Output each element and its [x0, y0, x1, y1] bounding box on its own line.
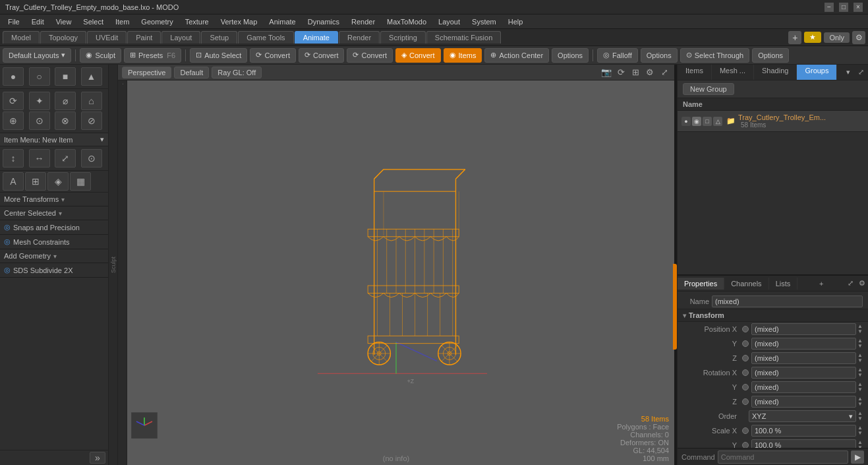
tool-dash[interactable]: ⊘	[81, 111, 102, 130]
tab-setup[interactable]: Setup	[201, 31, 237, 44]
pos-x-value[interactable]: (mixed)	[751, 323, 856, 335]
menu-view[interactable]: View	[51, 16, 77, 27]
tab-layout[interactable]: Layout	[161, 31, 200, 44]
sds-subdivide-item[interactable]: ◎ SDS Subdivide 2X	[0, 263, 108, 278]
minimize-button[interactable]: −	[825, 3, 834, 12]
menu-system[interactable]: System	[467, 16, 502, 27]
menu-geometry[interactable]: Geometry	[136, 16, 178, 27]
render-icon[interactable]: ◉	[692, 117, 701, 126]
options2-button[interactable]: Options	[641, 48, 678, 63]
right-tab-mesh[interactable]: Mesh ...	[712, 65, 754, 80]
menu-item[interactable]: Item	[110, 16, 134, 27]
menu-dynamics[interactable]: Dynamics	[303, 16, 345, 27]
snaps-precision-item[interactable]: ◎ Snaps and Precision	[0, 220, 108, 235]
right-tab-items[interactable]: Items	[678, 65, 712, 80]
tab-topology[interactable]: Topology	[40, 31, 86, 44]
pos-z-value[interactable]: (mixed)	[751, 352, 856, 364]
tab-gametools[interactable]: Game Tools	[238, 31, 294, 44]
expand-icon[interactable]: ⤢	[658, 67, 670, 78]
tab-model[interactable]: Model	[3, 31, 40, 44]
rot-x-arrows[interactable]: ▲▼	[857, 367, 863, 378]
tool-move[interactable]: ↕	[3, 149, 24, 168]
viewport-perspective[interactable]: Perspective	[122, 67, 171, 78]
lock-icon[interactable]: □	[703, 117, 712, 126]
convert3-button[interactable]: ⟳ Convert	[347, 48, 393, 63]
auto-select-button[interactable]: ⊡ Auto Select	[190, 48, 247, 63]
tool-rotate[interactable]: ⟳	[3, 92, 24, 110]
presets-button[interactable]: ⊞ Presets F6	[124, 48, 181, 63]
convert1-button[interactable]: ⟳ Convert	[250, 48, 296, 63]
tool-circle[interactable]: ○	[29, 67, 50, 86]
menu-render[interactable]: Render	[346, 16, 380, 27]
tool-grid[interactable]: ⊞	[25, 172, 46, 191]
mesh-constraints-item[interactable]: ◎ Mesh Constraints	[0, 235, 108, 249]
rot-z-value[interactable]: (mixed)	[751, 396, 856, 408]
tab-only-button[interactable]: Only	[824, 32, 850, 43]
transform-section[interactable]: ▾ Transform	[678, 309, 868, 322]
tab-paint[interactable]: Paint	[127, 31, 161, 44]
menu-help[interactable]: Help	[503, 16, 529, 27]
tab-expand-icon[interactable]: ⤢	[854, 68, 868, 77]
tool-cone[interactable]: ▲	[81, 67, 102, 86]
default-layouts-button[interactable]: Default Layouts ▾	[3, 48, 71, 63]
options3-button[interactable]: Options	[752, 48, 789, 63]
tab-animate[interactable]: Animate	[295, 31, 338, 44]
render-icon[interactable]: ⟳	[615, 67, 627, 78]
prop-tab-channels[interactable]: Channels	[724, 278, 768, 290]
rot-x-value[interactable]: (mixed)	[751, 367, 856, 379]
menu-texture[interactable]: Texture	[180, 16, 214, 27]
tool-text[interactable]: A	[3, 172, 24, 191]
name-prop-value[interactable]: (mixed)	[712, 295, 863, 307]
tool-map[interactable]: ▦	[70, 172, 91, 191]
titlebar-controls[interactable]: − □ ×	[825, 3, 863, 12]
tab-render[interactable]: Render	[339, 31, 380, 44]
sculpt-button[interactable]: ◉ Sculpt	[80, 48, 121, 63]
command-input[interactable]	[718, 450, 848, 464]
tab-scripting[interactable]: Scripting	[380, 31, 426, 44]
viewport-raygl[interactable]: Ray GL: Off	[212, 67, 262, 78]
add-geometry-item[interactable]: Add Geometry ▾	[0, 249, 108, 263]
tab-uvedit[interactable]: UVEdit	[87, 31, 127, 44]
scale-y-arrows[interactable]: ▲▼	[857, 440, 863, 448]
tool-expand[interactable]: ⤢	[55, 149, 76, 168]
tab-gear-button[interactable]: ⚙	[852, 31, 865, 44]
rot-y-arrows[interactable]: ▲▼	[857, 382, 863, 392]
center-selected-item[interactable]: Center Selected ▾	[0, 206, 108, 220]
expand-button[interactable]: »	[90, 452, 105, 464]
prop-expand-icon[interactable]: ⤢	[845, 279, 856, 288]
menu-maxtomod[interactable]: MaxToModo	[382, 16, 432, 27]
prop-gear-icon[interactable]: ⚙	[856, 279, 868, 288]
right-tab-shading[interactable]: Shading	[754, 65, 797, 80]
settings-icon[interactable]: ⚙	[644, 67, 656, 78]
order-dropdown[interactable]: XYZ ▾	[749, 410, 856, 422]
tool-x[interactable]: ⊗	[55, 111, 76, 130]
convert2-button[interactable]: ⟳ Convert	[299, 48, 345, 63]
scale-x-arrows[interactable]: ▲▼	[857, 425, 863, 436]
tab-star-button[interactable]: ★	[804, 32, 821, 43]
more-transforms-item[interactable]: More Transforms ▾	[0, 193, 108, 206]
item-menu-row[interactable]: Item Menu: New Item ▾	[0, 133, 108, 146]
tab-add-button[interactable]: +	[788, 31, 801, 44]
prop-tab-lists[interactable]: Lists	[769, 278, 798, 290]
rot-y-value[interactable]: (mixed)	[751, 381, 856, 393]
rot-z-arrows[interactable]: ▲▼	[857, 396, 863, 407]
tool-target[interactable]: ⊙	[81, 149, 102, 168]
right-tab-groups[interactable]: Groups	[797, 65, 837, 80]
scale-x-value[interactable]: 100.0 %	[751, 425, 856, 437]
command-run-button[interactable]: ▶	[851, 450, 864, 464]
pos-x-arrows[interactable]: ▲▼	[857, 324, 863, 334]
falloff-button[interactable]: ◎ Falloff	[597, 48, 638, 63]
right-item-row[interactable]: ● ◉ □ △ 📁 Tray_Cutlery_Trolley_Em... 58 …	[678, 111, 868, 132]
convert4-button[interactable]: ◈ Convert	[395, 48, 441, 63]
scale-y-value[interactable]: 100.0 %	[751, 439, 856, 448]
tab-dropdown-icon[interactable]: ▾	[842, 68, 854, 77]
tool-paint[interactable]: ◈	[47, 172, 69, 191]
pos-z-arrows[interactable]: ▲▼	[857, 353, 863, 363]
viewport[interactable]: Perspective Default Ray GL: Off 📷 ⟳ ⊞ ⚙ …	[118, 65, 674, 465]
tool-house[interactable]: ⌂	[81, 92, 102, 110]
items-button[interactable]: ◉ Items	[444, 48, 482, 63]
tool-cube[interactable]: ■	[55, 67, 76, 86]
prop-tab-properties[interactable]: Properties	[678, 278, 724, 290]
menu-layout[interactable]: Layout	[433, 16, 465, 27]
type-icon[interactable]: △	[713, 117, 722, 126]
